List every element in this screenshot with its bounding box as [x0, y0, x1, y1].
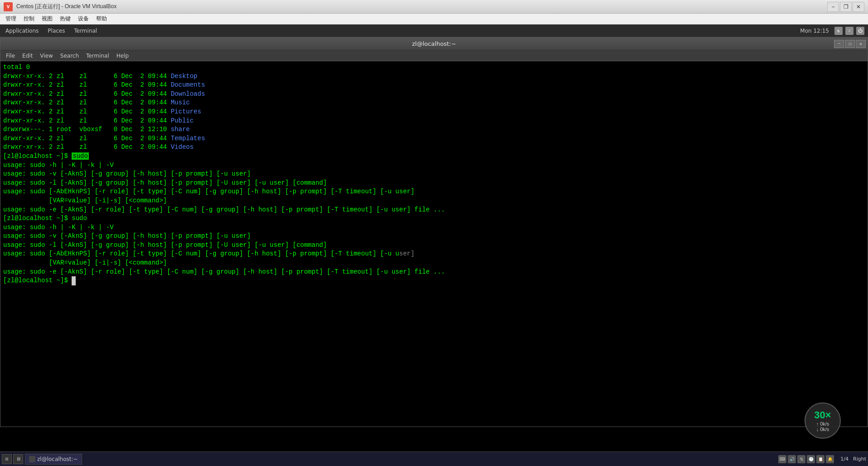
tray-icon-6[interactable]: 🔔 — [826, 455, 834, 463]
terminal-line-8: drwxrwx---. 1 root vboxsf 0 Dec 2 12:10 … — [3, 125, 865, 134]
vbox-menubar: 管理 控制 视图 热键 设备 帮助 — [0, 14, 868, 25]
terminal-maximize-button[interactable]: ❐ — [845, 40, 855, 48]
terminal-line-13: usage: sudo -v [-AknS] [-g group] [-h ho… — [3, 170, 865, 179]
terminal-menubar: File Edit View Search Terminal Help — [0, 50, 868, 61]
vbox-close-button[interactable]: ✕ — [853, 2, 864, 12]
vbox-menu-devices[interactable]: 设备 — [74, 14, 92, 24]
taskbar-sys-tray: ⌨ 🔊 ⇅ 🕐 📋 🔔 — [778, 455, 834, 463]
taskbar-terminal-label: zl@localhost:~ — [37, 456, 78, 462]
terminal-line-25[interactable]: [zl@localhost ~]$ — [3, 276, 865, 285]
terminal-line-4: drwxr-xr-x. 2 zl zl 6 Dec 2 09:44 Downlo… — [3, 90, 865, 99]
vbox-menu-control[interactable]: 控制 — [20, 14, 38, 24]
vbox-window-controls: − ❐ ✕ — [827, 2, 864, 12]
vbox-menu-manage[interactable]: 管理 — [2, 14, 20, 24]
terminal-window: zl@localhost:~ − ❐ ✕ File Edit View Sear… — [0, 37, 868, 427]
tray-icon-5[interactable]: 📋 — [816, 455, 824, 463]
guest-applications-menu[interactable]: Applications — [4, 27, 40, 35]
terminal-line-20: usage: sudo -v [-AknS] [-g group] [-h ho… — [3, 232, 865, 241]
tray-icon-2[interactable]: 🔊 — [788, 455, 796, 463]
terminal-line-12: usage: sudo -h | -K | -k | -V — [3, 161, 865, 170]
terminal-menu-terminal[interactable]: Terminal — [83, 52, 112, 60]
vbox-icon: V — [4, 2, 13, 11]
vbox-title: Centos [正在运行] - Oracle VM VirtualBox — [16, 3, 827, 10]
taskbar-right-area: ⌨ 🔊 ⇅ 🕐 📋 🔔 1/4 Right — [778, 455, 866, 463]
terminal-content[interactable]: total 0 drwxr-xr-x. 2 zl zl 6 Dec 2 09:4… — [0, 61, 868, 427]
terminal-line-17: usage: sudo -e [-AknS] [-r role] [-t typ… — [3, 206, 865, 215]
terminal-line-9: drwxr-xr-x. 2 zl zl 6 Dec 2 09:44 Templa… — [3, 134, 865, 143]
terminal-line-3: drwxr-xr-x. 2 zl zl 6 Dec 2 09:44 Docume… — [3, 81, 865, 90]
terminal-line-23: [VAR=value] [-i|-s] [<command>] — [3, 259, 865, 268]
vbox-menu-hotkey[interactable]: 热键 — [56, 14, 74, 24]
terminal-menu-view[interactable]: View — [37, 52, 55, 60]
taskbar-page-info: 1/4 — [840, 456, 849, 462]
terminal-line-1: total 0 — [3, 63, 865, 72]
vbox-restore-button[interactable]: ❐ — [840, 2, 852, 12]
vbox-minimize-button[interactable]: − — [827, 2, 839, 12]
taskbar-terminal-icon — [29, 456, 35, 462]
terminal-minimize-button[interactable]: − — [834, 40, 844, 48]
tray-icon-4[interactable]: 🕐 — [807, 455, 815, 463]
terminal-line-2: drwxr-xr-x. 2 zl zl 6 Dec 2 09:44 Deskto… — [3, 72, 865, 81]
guest-volume-icon: ♪ — [845, 27, 853, 35]
guest-terminal-menu[interactable]: Terminal — [72, 27, 99, 35]
net-download-speed: ↓ 0k/s — [816, 427, 829, 432]
terminal-line-10: drwxr-xr-x. 2 zl zl 6 Dec 2 09:44 Videos — [3, 143, 865, 152]
guest-power-icon: ⏻ — [856, 27, 864, 35]
guest-topbar: Applications Places Terminal Mon 12:15 ⇅… — [0, 25, 868, 37]
vbox-menu-view[interactable]: 视图 — [38, 14, 56, 24]
taskbar-icon-2[interactable]: 🖥 — [13, 454, 23, 464]
terminal-cursor — [72, 276, 76, 285]
terminal-line-15: usage: sudo [-AbEHknPS] [-r role] [-t ty… — [3, 187, 865, 196]
terminal-line-5: drwxr-xr-x. 2 zl zl 6 Dec 2 09:44 Music — [3, 98, 865, 108]
terminal-line-11: [zl@localhost ~]$ sudo — [3, 152, 865, 161]
terminal-line-7: drwxr-xr-x. 2 zl zl 6 Dec 2 09:44 Public — [3, 117, 865, 126]
guest-os-area: Applications Places Terminal Mon 12:15 ⇅… — [0, 25, 868, 466]
terminal-line-21: usage: sudo -l [-AknS] [-g group] [-h ho… — [3, 241, 865, 250]
vbox-titlebar: V Centos [正在运行] - Oracle VM VirtualBox −… — [0, 0, 868, 14]
tray-icon-3[interactable]: ⇅ — [797, 455, 805, 463]
guest-bottombar: ⊞ 🖥 zl@localhost:~ ⌨ 🔊 ⇅ 🕐 📋 🔔 1/4 Right — [0, 451, 868, 466]
vbox-menu-help[interactable]: 帮助 — [92, 14, 111, 24]
net-widget-label: 30× — [814, 409, 831, 421]
terminal-title: zl@localhost:~ — [412, 40, 456, 47]
terminal-menu-file[interactable]: File — [3, 52, 18, 60]
terminal-line-24: usage: sudo -e [-AknS] [-r role] [-t typ… — [3, 268, 865, 277]
net-upload-speed: ↑ 0k/s — [816, 421, 829, 427]
taskbar-terminal-item[interactable]: zl@localhost:~ — [25, 454, 82, 465]
terminal-line-18: [zl@localhost ~]$ sudo — [3, 214, 865, 223]
taskbar-page-side: Right — [853, 456, 866, 462]
taskbar-left-icons: ⊞ 🖥 — [2, 454, 23, 464]
sudo-highlight: sudo — [72, 152, 89, 160]
virtualbox-window: V Centos [正在运行] - Oracle VM VirtualBox −… — [0, 0, 868, 466]
guest-topbar-system-icons: ⇅ ♪ ⏻ — [834, 27, 864, 35]
guest-places-menu[interactable]: Places — [46, 27, 67, 35]
terminal-menu-help[interactable]: Help — [114, 52, 131, 60]
guest-network-icon: ⇅ — [834, 27, 843, 35]
terminal-line-14: usage: sudo -l [-AknS] [-g group] [-h ho… — [3, 179, 865, 188]
terminal-line-19: usage: sudo -h | -K | -k | -V — [3, 223, 865, 232]
terminal-line-16: [VAR=value] [-i|-s] [<command>] — [3, 196, 865, 206]
terminal-line-6: drwxr-xr-x. 2 zl zl 6 Dec 2 09:44 Pictur… — [3, 108, 865, 117]
terminal-window-controls: − ❐ ✕ — [834, 40, 866, 48]
network-speed-widget: 30× ↑ 0k/s ↓ 0k/s — [805, 402, 841, 439]
tray-icon-1[interactable]: ⌨ — [778, 455, 786, 463]
taskbar-icon-1[interactable]: ⊞ — [2, 454, 12, 464]
terminal-line-22: usage: sudo [-AbEHknPS] [-r role] [-t ty… — [3, 250, 865, 259]
terminal-titlebar: zl@localhost:~ − ❐ ✕ — [0, 38, 868, 50]
guest-clock: Mon 12:15 — [800, 28, 829, 34]
terminal-menu-search[interactable]: Search — [58, 52, 82, 60]
terminal-menu-edit[interactable]: Edit — [19, 52, 35, 60]
terminal-close-button[interactable]: ✕ — [856, 40, 866, 48]
